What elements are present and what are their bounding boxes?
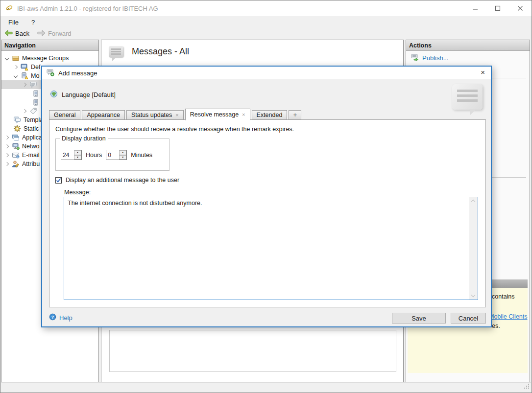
tab-label: Status updates	[131, 112, 172, 118]
resolve-message-tab-panel: Configure whether the user should receiv…	[49, 119, 486, 307]
tab-add[interactable]: +	[289, 110, 301, 120]
hours-down-icon[interactable]: ▼	[74, 155, 81, 160]
message-box: The internet connection is not disturbed…	[64, 197, 478, 300]
note-fragment: es.	[492, 323, 500, 329]
title-bar: IBI-aws Admin 1.21.0 - registered for IB…	[0, 0, 532, 16]
tree-label: Templa	[24, 116, 43, 123]
help-icon: ?	[49, 313, 56, 322]
maximize-button[interactable]	[486, 0, 509, 16]
checkbox-label: Display an additional message to the use…	[66, 177, 179, 184]
chevron-right-icon[interactable]	[5, 136, 9, 139]
cancel-button[interactable]: Cancel	[451, 313, 486, 324]
chevron-down-icon[interactable]	[5, 56, 9, 60]
tab-extended[interactable]: Extended	[252, 110, 288, 120]
hours-label: Hours	[86, 152, 102, 159]
message-scrollbar[interactable]	[469, 197, 478, 300]
email-icon	[12, 151, 20, 159]
templates-icon	[13, 116, 21, 124]
add-message-icon	[47, 69, 54, 78]
app-icon	[5, 4, 13, 13]
minutes-stepper[interactable]: 0 ▲ ▼	[106, 150, 127, 160]
chevron-right-icon[interactable]	[23, 109, 26, 113]
additional-message-checkbox[interactable]	[55, 177, 62, 184]
message-list-box	[109, 330, 396, 372]
back-label: Back	[15, 30, 29, 37]
minutes-down-icon[interactable]: ▼	[119, 155, 126, 160]
chevron-right-icon[interactable]	[5, 144, 9, 148]
tab-close-icon[interactable]: ×	[175, 113, 178, 118]
tree-item-message-groups[interactable]: Message Groups	[1, 54, 98, 63]
help-glyph: ?	[51, 315, 54, 320]
minutes-up-icon[interactable]: ▲	[119, 150, 126, 155]
tab-close-icon[interactable]: ×	[242, 112, 245, 117]
publish-action[interactable]: Publish...	[411, 53, 448, 63]
menu-help[interactable]: ?	[31, 19, 35, 26]
note-fragment: contains	[492, 293, 515, 300]
chevron-down-icon[interactable]	[14, 74, 18, 78]
chevron-right-icon[interactable]	[5, 162, 9, 166]
hours-stepper[interactable]: 24 ▲ ▼	[61, 150, 82, 160]
group-warning-icon	[21, 63, 28, 71]
scroll-up-icon[interactable]	[471, 200, 475, 204]
menu-file[interactable]: File	[8, 19, 19, 26]
minutes-value[interactable]: 0	[106, 150, 119, 160]
help-link[interactable]: ? Help	[49, 313, 73, 322]
help-label: Help	[59, 314, 73, 322]
minimize-button[interactable]	[464, 0, 486, 16]
mobile-device-icon	[32, 90, 40, 97]
hours-up-icon[interactable]: ▲	[74, 150, 81, 155]
chevron-right-icon[interactable]	[23, 83, 26, 87]
mobile-clients-link[interactable]: Mobile Clients	[489, 313, 528, 320]
scroll-down-icon[interactable]	[471, 293, 475, 297]
tab-general[interactable]: General	[49, 110, 80, 120]
menu-bar: File ?	[0, 16, 532, 28]
language-row: Language [Default]	[50, 90, 116, 99]
mobile-group-warning-icon	[21, 72, 28, 80]
tree-label: Applica	[22, 134, 42, 141]
message-watermark-icon	[452, 84, 483, 110]
tab-label: General	[54, 112, 75, 118]
language-label: Language [Default]	[62, 91, 116, 98]
publish-icon	[411, 53, 419, 63]
tab-label: Resolve message	[190, 111, 239, 118]
tab-appearance[interactable]: Appearance	[82, 110, 124, 120]
minutes-label: Minutes	[131, 152, 152, 159]
publish-label: Publish...	[422, 54, 448, 62]
forward-arrow-icon	[37, 30, 46, 38]
status-bar	[1, 382, 531, 392]
message-label: Message:	[64, 189, 91, 196]
app-window: IBI-aws Admin 1.21.0 - registered for IB…	[0, 0, 532, 393]
message-textarea[interactable]: The internet connection is not disturbed…	[64, 197, 470, 300]
messages-bubble-icon	[109, 46, 123, 57]
chevron-right-icon[interactable]	[14, 65, 18, 69]
tag-icon	[29, 107, 37, 115]
page-title: Messages - All	[132, 46, 189, 57]
networks-icon	[12, 142, 20, 150]
close-button[interactable]	[509, 0, 532, 16]
add-tab-icon: +	[293, 112, 297, 118]
add-message-dialog: Add message × Language [Default] General…	[41, 66, 492, 327]
dialog-title: Add message	[58, 69, 97, 77]
dialog-close-icon[interactable]: ×	[481, 69, 485, 76]
tab-resolve-message[interactable]: Resolve message×	[185, 109, 250, 120]
hours-value[interactable]: 24	[61, 150, 74, 160]
window-title: IBI-aws Admin 1.21.0 - registered for IB…	[17, 5, 158, 12]
tab-label: Extended	[257, 112, 283, 118]
tree-label: Attribu	[22, 161, 40, 167]
save-button[interactable]: Save	[392, 313, 446, 324]
message-icon	[29, 81, 37, 89]
chevron-right-icon[interactable]	[5, 153, 9, 157]
tab-status-updates[interactable]: Status updates×	[126, 110, 184, 120]
resize-grip-icon[interactable]	[524, 383, 530, 391]
forward-button[interactable]: Forward	[37, 30, 72, 38]
actions-header: Actions	[406, 40, 530, 51]
globe-icon	[50, 90, 58, 99]
tree-label: Mo	[31, 72, 39, 79]
dialog-tabs: General Appearance Status updates× Resol…	[49, 108, 303, 120]
tree-label: Message Groups	[22, 55, 69, 62]
message-groups-icon	[12, 54, 20, 62]
static-messages-icon	[13, 125, 21, 133]
back-button[interactable]: Back	[4, 30, 29, 38]
tree-label: E-mail	[22, 152, 39, 159]
forward-label: Forward	[48, 30, 72, 37]
